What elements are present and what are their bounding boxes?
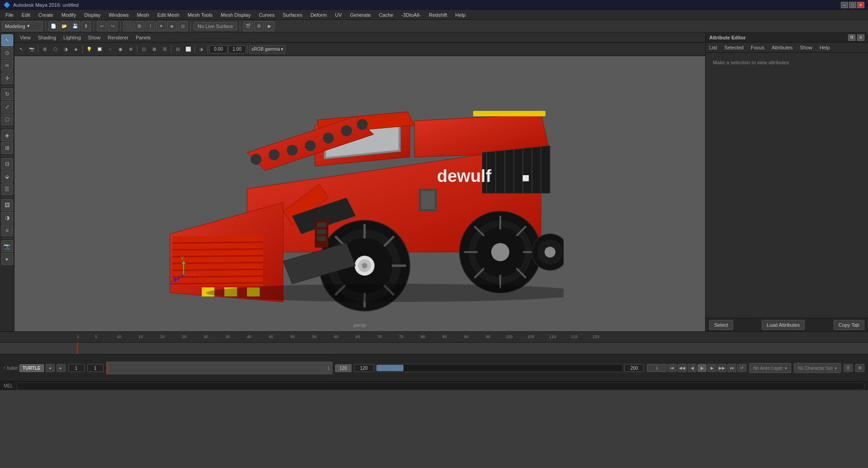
show-manipulator-button[interactable]: ⊞ xyxy=(1,142,13,154)
attr-nav-list[interactable]: List xyxy=(709,44,717,51)
hypershade-button[interactable]: ◑ xyxy=(1,212,13,224)
color-space-dropdown[interactable]: sRGB gamma ▾ xyxy=(249,45,285,53)
vp-menu-shading[interactable]: Shading xyxy=(36,35,58,40)
rotate-tool-button[interactable]: ↻ xyxy=(1,88,13,100)
attr-nav-help[interactable]: Help xyxy=(820,44,830,51)
menu-cache[interactable]: Cache xyxy=(375,11,397,19)
menu-mesh-tools[interactable]: Mesh Tools xyxy=(184,11,216,19)
scale-tool-button[interactable]: ⤢ xyxy=(1,101,13,113)
machine-viewport[interactable]: dewulf ■ xyxy=(42,60,678,318)
vp-menu-renderer[interactable]: Renderer xyxy=(106,35,130,40)
prev-frame-nav-button[interactable]: ◀ xyxy=(688,364,697,372)
vp-menu-show[interactable]: Show xyxy=(86,35,103,40)
snap-point-button[interactable]: ✦ xyxy=(156,21,166,31)
menu-help[interactable]: Help xyxy=(452,11,470,19)
start-frame-input[interactable] xyxy=(87,364,104,372)
attr-nav-attributes[interactable]: Attributes xyxy=(772,44,792,51)
close-button[interactable]: ✕ xyxy=(857,2,864,8)
end-frame-display[interactable]: 120 xyxy=(335,364,351,372)
vp-iso-icon[interactable]: ◉ xyxy=(115,44,125,54)
more-tools-button[interactable]: ▸ xyxy=(1,253,13,265)
char-set-options-button[interactable]: ☰ xyxy=(844,364,853,372)
new-scene-button[interactable]: 📄 xyxy=(48,21,58,31)
redo-button[interactable]: ↪ xyxy=(108,21,118,31)
attr-nav-selected[interactable]: Selected xyxy=(724,44,744,51)
open-button[interactable]: 📂 xyxy=(59,21,69,31)
maximize-button[interactable]: □ xyxy=(849,2,856,8)
import-button[interactable]: ⬆ xyxy=(81,21,91,31)
minimize-button[interactable]: ─ xyxy=(841,2,848,8)
range-start-input[interactable] xyxy=(354,364,374,372)
menu-redshift[interactable]: Redshift xyxy=(425,11,451,19)
universal-tool-button[interactable]: ⬡ xyxy=(1,114,13,125)
current-frame-input[interactable] xyxy=(68,364,85,372)
prev-key-button[interactable]: ◀◀ xyxy=(678,364,687,372)
menu-surfaces[interactable]: Surfaces xyxy=(279,11,306,19)
copy-tab-button[interactable]: Copy Tab xyxy=(834,320,864,330)
vp-grid-icon[interactable]: ⊞ xyxy=(40,44,50,54)
vp-menu-lighting[interactable]: Lighting xyxy=(62,35,83,40)
key-settings-button[interactable]: ⚙ xyxy=(855,364,864,372)
paint-select-button[interactable]: ⊙ xyxy=(1,47,13,59)
menu-curves[interactable]: Curves xyxy=(255,11,278,19)
select-tool-button[interactable]: ↖ xyxy=(1,34,13,46)
vp-ssao-icon[interactable]: ☒ xyxy=(160,44,170,54)
outliner-button[interactable]: ≡ xyxy=(1,224,13,236)
vp-hud-icon[interactable]: ⊟ xyxy=(173,44,183,54)
attr-nav-show[interactable]: Show xyxy=(800,44,812,51)
channels-button[interactable]: ☰ xyxy=(1,183,13,195)
vp-gate-icon[interactable]: ⬜ xyxy=(183,44,193,54)
snap-live-button[interactable]: ◎ xyxy=(178,21,188,31)
timeline-ruler[interactable]: 1 5 10 15 20 25 30 35 40 45 50 55 60 65 … xyxy=(77,332,791,342)
attr-close-button[interactable]: ✕ xyxy=(857,34,864,41)
load-attributes-button[interactable]: Load Attributes xyxy=(762,320,805,330)
modeling-dropdown[interactable]: Modeling ▾ xyxy=(2,21,43,31)
menu-mesh-display[interactable]: Mesh Display xyxy=(217,11,254,19)
snap-grid-button[interactable]: ⊞ xyxy=(134,21,144,31)
undo-button[interactable]: ↩ xyxy=(97,21,107,31)
menu-edit[interactable]: Edit xyxy=(18,11,34,19)
mel-input[interactable] xyxy=(17,382,864,390)
translate-y-input[interactable] xyxy=(228,45,246,53)
snap-curve-button[interactable]: ⌇ xyxy=(145,21,155,31)
play-fwd-button[interactable]: ▶ xyxy=(697,364,707,372)
vp-menu-panels[interactable]: Panels xyxy=(134,35,153,40)
select-mode-button[interactable]: ⬛ xyxy=(123,21,133,31)
no-live-surface[interactable]: No Live Surface xyxy=(194,22,237,30)
select-button[interactable]: Select xyxy=(709,320,733,330)
translate-x-input[interactable] xyxy=(209,45,228,53)
vp-smooth-icon[interactable]: ○ xyxy=(105,44,115,54)
camera-button[interactable]: 📷 xyxy=(1,240,13,252)
vp-shadow-icon[interactable]: 🔲 xyxy=(95,44,104,54)
loop-button[interactable]: ↺ xyxy=(737,364,746,372)
frame-number-input-container[interactable]: 1 xyxy=(647,364,667,372)
menu-create[interactable]: Create xyxy=(35,11,57,19)
vp-select-icon[interactable]: ↖ xyxy=(16,44,26,54)
vp-xray-icon[interactable]: ⊕ xyxy=(126,44,136,54)
menu-windows[interactable]: Windows xyxy=(105,11,133,19)
menu-edit-mesh[interactable]: Edit Mesh xyxy=(154,11,183,19)
menu-mesh[interactable]: Mesh xyxy=(133,11,153,19)
playback-bar[interactable]: 1 xyxy=(106,362,332,374)
menu-modify[interactable]: Modify xyxy=(58,11,80,19)
grid-button[interactable]: ⊟ xyxy=(1,158,13,170)
soft-mod-button[interactable]: ◈ xyxy=(1,129,13,141)
menu-file[interactable]: File xyxy=(2,11,17,19)
lasso-select-button[interactable]: ✏ xyxy=(1,60,13,72)
vp-menu-view[interactable]: View xyxy=(18,35,33,40)
timeline-range-slider[interactable] xyxy=(375,364,624,372)
render-settings-button[interactable]: ⚙ xyxy=(254,21,264,31)
vp-wireframe-icon[interactable]: ⬡ xyxy=(50,44,60,54)
anim-layer-dropdown[interactable]: No Anim Layer ▾ xyxy=(749,363,791,373)
char-set-button[interactable]: No Character Set ▾ xyxy=(794,363,841,373)
display-layers-button[interactable]: ⬙ xyxy=(1,171,13,182)
vp-isolate-icon[interactable]: ⬗ xyxy=(196,44,206,54)
go-to-end-button[interactable]: ⏭ xyxy=(727,364,736,372)
vp-shaded-icon[interactable]: ◑ xyxy=(61,44,71,54)
menu-deform[interactable]: Deform xyxy=(307,11,330,19)
menu-uv[interactable]: UV xyxy=(331,11,345,19)
next-frame-button[interactable]: ▸ xyxy=(57,364,66,372)
vp-shaded-wire-icon[interactable]: ◈ xyxy=(71,44,81,54)
move-tool-button[interactable]: ✛ xyxy=(1,72,13,84)
range-end-input[interactable] xyxy=(624,364,644,372)
